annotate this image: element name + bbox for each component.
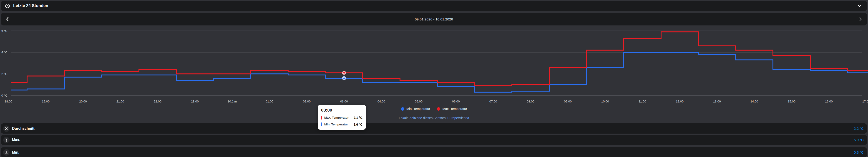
tooltip-value-max: 2.1 °C <box>353 116 363 120</box>
x-axis-tick-label: 10:00 <box>595 100 615 103</box>
max-temperature-line <box>11 32 868 86</box>
stat-label-average: Durchschnitt <box>12 127 35 131</box>
x-axis-tick-label: 18:00 <box>0 100 19 103</box>
x-axis-tick-label: 16:00 <box>819 100 839 103</box>
x-axis-tick-label: 01:00 <box>259 100 280 103</box>
timezone-note: Lokale Zeitzone dieses Sensors: Europe/V… <box>0 116 868 120</box>
x-axis-tick-label: 07:00 <box>483 100 503 103</box>
x-axis-tick-label: 17:00 <box>856 100 868 103</box>
tooltip-label-min: Min. Temperatur <box>324 123 348 126</box>
x-axis-tick-label: 11:00 <box>632 100 653 103</box>
stat-row-min[interactable]: Min. 0.3 °C <box>1 147 867 157</box>
hover-marker-max <box>343 72 345 74</box>
x-axis-tick-label: 23:00 <box>185 100 205 103</box>
legend-label-max: Max. Temperatur <box>442 107 467 111</box>
x-axis-tick-label: 13:00 <box>707 100 727 103</box>
stat-label-min: Min. <box>12 150 19 155</box>
x-axis-tick-label: 06:00 <box>446 100 466 103</box>
tooltip-label-max: Max. Temperatur <box>324 116 349 119</box>
tooltip-row-min: Min. Temperatur 1.6 °C <box>321 122 363 126</box>
chart-legend: Min. Temperatur Max. Temperatur <box>0 107 868 111</box>
min-series-color-bar <box>321 122 322 126</box>
stat-value-min: 0.3 °C <box>854 150 864 155</box>
arrow-up-to-line-icon <box>3 137 9 143</box>
x-axis-tick-label: 08:00 <box>520 100 541 103</box>
x-axis-tick-label: 03:00 <box>334 100 354 103</box>
x-axis-tick-label: 05:00 <box>408 100 429 103</box>
y-axis-tick-label: 0 °C <box>1 94 11 97</box>
min-temperature-line <box>11 52 868 92</box>
y-axis-tick-label: 2 °C <box>1 72 11 76</box>
hover-marker-min <box>343 77 345 79</box>
tooltip-value-min: 1.6 °C <box>353 123 363 126</box>
percent-icon <box>3 125 9 132</box>
x-axis-tick-label: 20:00 <box>73 100 93 103</box>
stat-value-average: 2.2 °C <box>854 127 864 131</box>
stat-row-average[interactable]: Durchschnitt 2.2 °C <box>1 123 867 134</box>
x-axis-tick-label: 14:00 <box>744 100 765 103</box>
x-axis-tick-label: 12:00 <box>670 100 690 103</box>
tooltip-row-max: Max. Temperatur 2.1 °C <box>321 116 363 120</box>
chart-tooltip: 03:00 Max. Temperatur 2.1 °C Min. Temper… <box>318 105 366 130</box>
stat-value-max: 5.9 °C <box>854 138 864 142</box>
y-axis-tick-label: 4 °C <box>1 51 11 54</box>
x-axis-tick-label: 04:00 <box>371 100 392 103</box>
arrow-down-to-line-icon <box>3 149 9 156</box>
x-axis-tick-label: 19:00 <box>35 100 56 103</box>
legend-label-min: Min. Temperatur <box>406 107 430 111</box>
x-axis-tick-label: 21:00 <box>110 100 130 103</box>
legend-item-max[interactable]: Max. Temperatur <box>437 107 467 111</box>
legend-dot-min-icon <box>401 107 404 111</box>
x-axis-tick-label: 15:00 <box>781 100 802 103</box>
y-axis-tick-label: 6 °C <box>1 29 11 32</box>
legend-item-min[interactable]: Min. Temperatur <box>401 107 430 111</box>
x-axis-tick-label: 09:00 <box>558 100 578 103</box>
x-axis-tick-label: 02:00 <box>297 100 317 103</box>
legend-dot-max-icon <box>437 107 440 111</box>
stat-label-max: Max. <box>12 138 20 142</box>
tooltip-time: 03:00 <box>321 108 363 113</box>
x-axis-tick-label: 10.Jan <box>222 100 242 103</box>
max-series-color-bar <box>321 116 322 120</box>
x-axis-tick-label: 22:00 <box>147 100 168 103</box>
stat-row-max[interactable]: Max. 5.9 °C <box>1 135 867 145</box>
